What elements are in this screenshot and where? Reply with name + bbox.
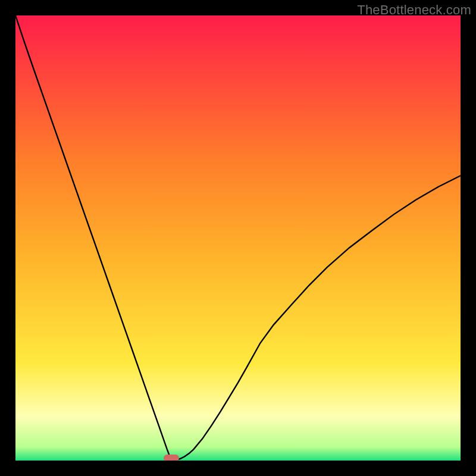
bottleneck-curve	[15, 15, 461, 461]
chart-frame: TheBottleneck.com	[0, 0, 476, 476]
optimal-point-marker	[164, 455, 179, 461]
plot-area	[15, 15, 461, 461]
